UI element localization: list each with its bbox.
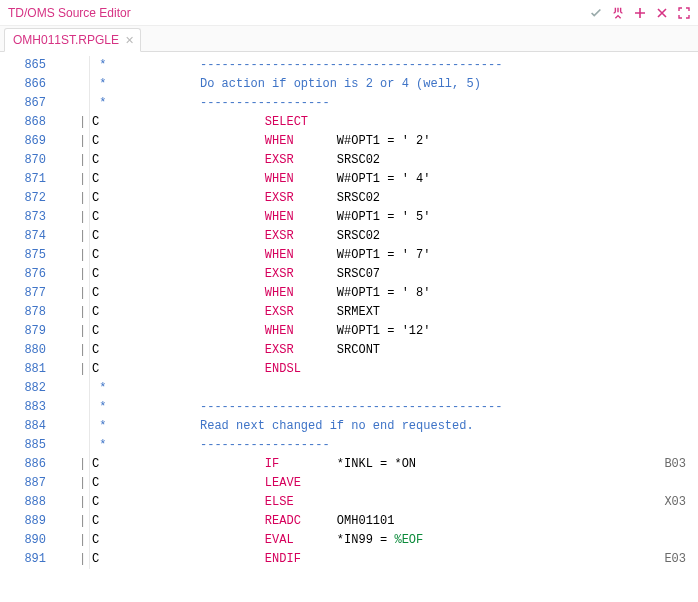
code-line[interactable]: 882 * — [0, 379, 698, 398]
code-content[interactable]: C WHEN W#OPT1 = ' 4' — [90, 170, 698, 189]
fold-gutter — [76, 436, 90, 455]
code-content[interactable]: C SELECT — [90, 113, 698, 132]
code-line[interactable]: 866 * Do action if option is 2 or 4 (wel… — [0, 75, 698, 94]
code-line[interactable]: 869|C WHEN W#OPT1 = ' 2' — [0, 132, 698, 151]
line-number: 870 — [0, 151, 52, 170]
code-content[interactable]: C EXSR SRSC02 — [90, 189, 698, 208]
code-line[interactable]: 877|C WHEN W#OPT1 = ' 8' — [0, 284, 698, 303]
code-line[interactable]: 879|C WHEN W#OPT1 = '12' — [0, 322, 698, 341]
line-number: 880 — [0, 341, 52, 360]
code-content[interactable]: * --------------------------------------… — [90, 56, 698, 75]
line-number: 876 — [0, 265, 52, 284]
fold-gutter — [76, 398, 90, 417]
format-icon[interactable] — [610, 5, 626, 21]
fold-gutter: | — [76, 246, 90, 265]
code-line[interactable]: 890|C EVAL *IN99 = %EOF — [0, 531, 698, 550]
code-content[interactable]: C EVAL *IN99 = %EOF — [90, 531, 698, 550]
code-content[interactable]: * Read next changed if no end requested. — [90, 417, 698, 436]
code-line[interactable]: 868|C SELECT — [0, 113, 698, 132]
tab-strip: OMH011ST.RPGLE ✕ — [0, 26, 698, 52]
code-content[interactable]: * ------------------ — [90, 436, 698, 455]
checkmark-icon[interactable] — [588, 5, 604, 21]
close-icon[interactable] — [654, 5, 670, 21]
code-line[interactable]: 884 * Read next changed if no end reques… — [0, 417, 698, 436]
fold-gutter: | — [76, 341, 90, 360]
code-content[interactable]: * Do action if option is 2 or 4 (well, 5… — [90, 75, 698, 94]
line-number: 869 — [0, 132, 52, 151]
line-number: 885 — [0, 436, 52, 455]
fold-gutter: | — [76, 151, 90, 170]
code-line[interactable]: 888|C ELSE X03 — [0, 493, 698, 512]
code-line[interactable]: 875|C WHEN W#OPT1 = ' 7' — [0, 246, 698, 265]
fold-gutter: | — [76, 170, 90, 189]
code-content[interactable]: * ------------------ — [90, 94, 698, 113]
code-line[interactable]: 876|C EXSR SRSC07 — [0, 265, 698, 284]
code-content[interactable]: C IF *INKL = *ONB03 — [90, 455, 698, 474]
code-line[interactable]: 867 * ------------------ — [0, 94, 698, 113]
code-line[interactable]: 886|C IF *INKL = *ONB03 — [0, 455, 698, 474]
code-content[interactable]: C EXSR SRSC02 — [90, 151, 698, 170]
code-line[interactable]: 887|C LEAVE — [0, 474, 698, 493]
code-content[interactable]: C LEAVE — [90, 474, 698, 493]
fold-gutter: | — [76, 284, 90, 303]
fold-gutter: | — [76, 303, 90, 322]
title-bar-actions — [588, 5, 692, 21]
branch-tag: E03 — [664, 550, 686, 569]
line-number: 868 — [0, 113, 52, 132]
line-number: 887 — [0, 474, 52, 493]
code-content[interactable]: C WHEN W#OPT1 = '12' — [90, 322, 698, 341]
line-number: 866 — [0, 75, 52, 94]
code-line[interactable]: 880|C EXSR SRCONT — [0, 341, 698, 360]
line-number: 888 — [0, 493, 52, 512]
code-line[interactable]: 889|C READC OMH01101 — [0, 512, 698, 531]
code-line[interactable]: 883 * ----------------------------------… — [0, 398, 698, 417]
plus-icon[interactable] — [632, 5, 648, 21]
app-title: TD/OMS Source Editor — [8, 6, 588, 20]
line-number: 881 — [0, 360, 52, 379]
code-line[interactable]: 871|C WHEN W#OPT1 = ' 4' — [0, 170, 698, 189]
code-line[interactable]: 872|C EXSR SRSC02 — [0, 189, 698, 208]
code-content[interactable]: C ENDIF E03 — [90, 550, 698, 569]
code-content[interactable]: C WHEN W#OPT1 = ' 8' — [90, 284, 698, 303]
code-line[interactable]: 878|C EXSR SRMEXT — [0, 303, 698, 322]
fold-gutter: | — [76, 132, 90, 151]
tab-close-icon[interactable]: ✕ — [125, 34, 134, 47]
code-content[interactable]: C ENDSL — [90, 360, 698, 379]
tab-label: OMH011ST.RPGLE — [13, 33, 119, 47]
code-line[interactable]: 874|C EXSR SRSC02 — [0, 227, 698, 246]
editor-area[interactable]: 865 * ----------------------------------… — [0, 52, 698, 602]
line-number: 871 — [0, 170, 52, 189]
code-content[interactable]: C EXSR SRCONT — [90, 341, 698, 360]
code-content[interactable]: C EXSR SRSC07 — [90, 265, 698, 284]
line-number: 878 — [0, 303, 52, 322]
code-line[interactable]: 873|C WHEN W#OPT1 = ' 5' — [0, 208, 698, 227]
line-number: 873 — [0, 208, 52, 227]
code-line[interactable]: 870|C EXSR SRSC02 — [0, 151, 698, 170]
line-number: 879 — [0, 322, 52, 341]
code-line[interactable]: 865 * ----------------------------------… — [0, 56, 698, 75]
fold-gutter: | — [76, 512, 90, 531]
fold-gutter: | — [76, 189, 90, 208]
code-content[interactable]: * --------------------------------------… — [90, 398, 698, 417]
code-content[interactable]: C EXSR SRMEXT — [90, 303, 698, 322]
expand-icon[interactable] — [676, 5, 692, 21]
code-line[interactable]: 881|C ENDSL — [0, 360, 698, 379]
fold-gutter: | — [76, 474, 90, 493]
code-content[interactable]: C EXSR SRSC02 — [90, 227, 698, 246]
code-line[interactable]: 891|C ENDIF E03 — [0, 550, 698, 569]
code-content[interactable]: C WHEN W#OPT1 = ' 2' — [90, 132, 698, 151]
line-number: 890 — [0, 531, 52, 550]
tab-active[interactable]: OMH011ST.RPGLE ✕ — [4, 28, 141, 52]
fold-gutter: | — [76, 208, 90, 227]
fold-gutter: | — [76, 360, 90, 379]
code-content[interactable]: * — [90, 379, 698, 398]
code-content[interactable]: C READC OMH01101 — [90, 512, 698, 531]
code-content[interactable]: C WHEN W#OPT1 = ' 7' — [90, 246, 698, 265]
fold-gutter — [76, 379, 90, 398]
code-line[interactable]: 885 * ------------------ — [0, 436, 698, 455]
code-content[interactable]: C WHEN W#OPT1 = ' 5' — [90, 208, 698, 227]
code-content[interactable]: C ELSE X03 — [90, 493, 698, 512]
line-number: 889 — [0, 512, 52, 531]
line-number: 891 — [0, 550, 52, 569]
fold-gutter — [76, 56, 90, 75]
